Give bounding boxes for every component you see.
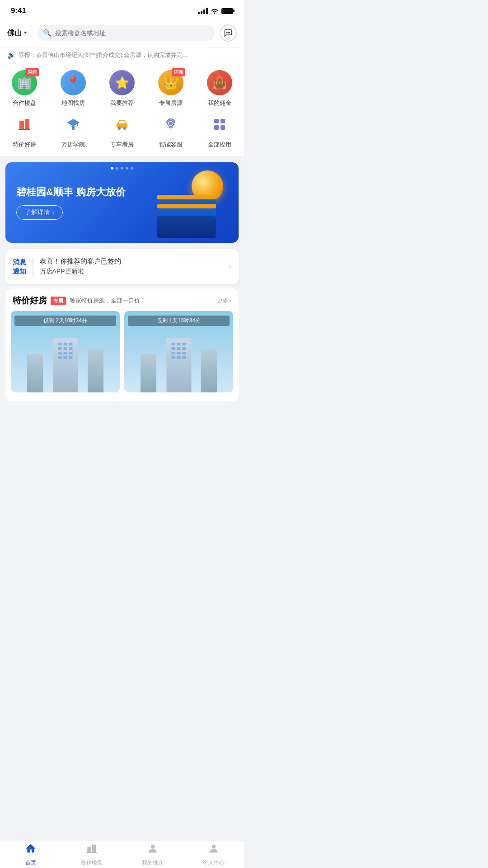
menu-icon-wrap-exclusive: 👑 闪佣 [158, 70, 183, 95]
menu-item-academy[interactable]: 万店学院 [49, 112, 98, 149]
menu-item-service[interactable]: 智能客服 [146, 112, 195, 149]
building-right [88, 349, 103, 392]
notification-content: 恭喜！你推荐的客户已签约 万店APP更新啦 [40, 257, 223, 276]
menu-icon-wrap-recommend: ⭐ [109, 70, 135, 95]
deals-badge: 专属 [51, 297, 66, 305]
academy-icon [61, 112, 86, 137]
banner[interactable]: 碧桂园&顺丰 购房大放价 了解详情 › [5, 162, 239, 243]
menu-label-service: 智能客服 [159, 141, 183, 149]
windows [58, 343, 73, 359]
commission-icon: 👜 [207, 70, 232, 95]
chevron-right-icon: › [230, 297, 231, 304]
svg-rect-14 [221, 119, 225, 123]
dot-4 [126, 167, 128, 170]
svg-point-9 [118, 127, 121, 130]
stack-bot [157, 216, 216, 238]
menu-item-deal[interactable]: 特价好房 [0, 112, 49, 149]
menu-item-car[interactable]: 专车看房 [98, 112, 146, 149]
building-left-2 [141, 354, 156, 392]
menu-item-exclusive[interactable]: 👑 闪佣 专属房源 [146, 70, 195, 107]
menu-label-deal: 特价好房 [13, 141, 36, 149]
search-input[interactable] [55, 29, 209, 37]
svg-rect-5 [19, 129, 30, 130]
countdown-1: 仅剩 2天10时34分 [14, 316, 116, 326]
svg-rect-13 [214, 119, 219, 123]
signal-icon [198, 8, 208, 14]
property-row: 仅剩 2天10时34分 仅剩 1天10时34分 [5, 311, 239, 400]
status-time: 9:41 [11, 6, 26, 15]
menu-icon-wrap-commission: 👜 [207, 70, 232, 95]
svg-point-1 [228, 32, 229, 33]
menu-label-exclusive: 专属房源 [159, 99, 183, 107]
notification-divider [33, 258, 33, 276]
deals-sub: 独家特价房源，全部一口价！ [70, 297, 213, 305]
battery-icon [221, 8, 233, 14]
chevron-down-icon [23, 32, 27, 36]
building-main [53, 338, 78, 392]
svg-point-10 [123, 127, 126, 130]
menu-label-mapfind: 地图找房 [61, 99, 85, 107]
deals-section: 特价好房 专属 独家特价房源，全部一口价！ 更多 › [5, 288, 239, 401]
ticker-text: 喜报：恭喜佛山市经纪人[刘**]推介成交1套房源，认购完成并完... [19, 51, 187, 59]
building-right-2 [201, 349, 217, 392]
countdown-2: 仅剩 1天10时34分 [128, 316, 230, 326]
service-icon [158, 112, 183, 137]
dot-1 [111, 167, 113, 170]
menu-label-cooperative: 合作楼盘 [13, 99, 36, 107]
city-selector[interactable]: 佛山 [7, 28, 27, 38]
menu-label-academy: 万店学院 [61, 141, 85, 149]
menu-label-recommend: 我要推荐 [110, 99, 134, 107]
chat-button[interactable] [220, 24, 237, 42]
dot-2 [116, 167, 118, 170]
banner-title: 碧桂园&顺丰 购房大放价 [16, 185, 126, 199]
svg-rect-15 [214, 125, 219, 130]
deals-title: 特价好房 [13, 295, 47, 307]
menu-label-all: 全部应用 [208, 141, 231, 149]
recommend-icon: ⭐ [109, 70, 135, 95]
menu-label-commission: 我的佣金 [208, 99, 231, 107]
mapfind-icon: 📍 [61, 70, 86, 95]
banner-dots [111, 167, 133, 170]
property-card-1[interactable]: 仅剩 2天10时34分 [11, 311, 120, 392]
flash-badge-exclusive: 闪佣 [172, 68, 185, 76]
all-icon [207, 112, 232, 137]
header: 佛山 🔍 [0, 20, 244, 47]
search-icon: 🔍 [43, 29, 52, 37]
svg-point-0 [226, 32, 227, 33]
header-divider [32, 28, 32, 38]
status-bar: 9:41 [0, 0, 244, 20]
menu-grid: 🏢 闪佣 合作楼盘 📍 地图找房 ⭐ 我要推荐 👑 闪佣 专属房源 👜 我的佣金 [0, 63, 244, 107]
search-bar[interactable]: 🔍 [37, 25, 215, 41]
menu-item-commission[interactable]: 👜 我的佣金 [195, 70, 244, 107]
banner-button[interactable]: 了解详情 › [16, 205, 63, 220]
menu-item-mapfind[interactable]: 📍 地图找房 [49, 70, 98, 107]
deals-more-button[interactable]: 更多 › [217, 297, 231, 305]
menu-item-cooperative[interactable]: 🏢 闪佣 合作楼盘 [0, 70, 49, 107]
flash-badge: 闪佣 [25, 68, 39, 76]
banner-graphic [148, 170, 230, 238]
dot-5 [131, 167, 133, 170]
deals-header: 特价好房 专属 独家特价房源，全部一口价！ 更多 › [5, 288, 239, 311]
windows-2 [172, 343, 186, 359]
menu-icon-wrap-mapfind: 📍 [61, 70, 86, 95]
speaker-icon: 🔊 [7, 51, 16, 59]
svg-rect-7 [72, 126, 75, 130]
status-icons [198, 7, 233, 15]
ticker-bar: 🔊 喜报：恭喜佛山市经纪人[刘**]推介成交1套房源，认购完成并完... [0, 47, 244, 63]
banner-text: 碧桂园&顺丰 购房大放价 了解详情 › [16, 185, 126, 220]
menu-item-all[interactable]: 全部应用 [195, 112, 244, 149]
notification-card[interactable]: 消息 通知 恭喜！你推荐的客户已签约 万店APP更新啦 › [5, 249, 239, 284]
menu-item-recommend[interactable]: ⭐ 我要推荐 [98, 70, 146, 107]
property-card-2[interactable]: 仅剩 1天10时34分 [124, 311, 233, 392]
building-main-2 [166, 338, 191, 392]
notification-message1: 恭喜！你推荐的客户已签约 [40, 257, 223, 266]
chevron-right-icon: › [229, 262, 231, 271]
svg-point-12 [169, 122, 173, 125]
svg-point-2 [229, 32, 230, 33]
svg-rect-4 [25, 119, 29, 130]
building-left [27, 354, 43, 392]
city-name: 佛山 [7, 28, 22, 38]
menu-label-car: 专车看房 [110, 141, 134, 149]
stripe-2 [157, 204, 216, 208]
svg-rect-8 [117, 123, 127, 128]
